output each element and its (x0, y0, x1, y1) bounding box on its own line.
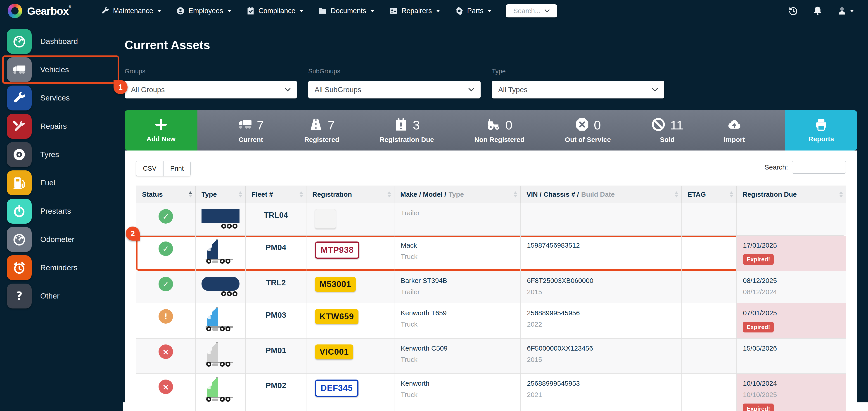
due-date: 17/01/2025 (743, 241, 777, 249)
sidebar-item-other[interactable]: ?Other (2, 282, 119, 310)
user-menu[interactable] (837, 6, 854, 16)
table-row-PM02[interactable]: ×PM02DEF345KenworthTruck2568899954595320… (136, 374, 846, 411)
stat-registration-due[interactable]: 3Registration Due (380, 117, 434, 144)
sidebar-item-fuel[interactable]: Fuel (2, 169, 119, 197)
sidebar-item-prestarts[interactable]: Prestarts (2, 197, 119, 225)
main-menu: MaintenanceEmployeesComplianceDocumentsR… (101, 6, 492, 15)
column-header-fleet[interactable]: Fleet # (246, 186, 306, 203)
add-new-button[interactable]: Add New (125, 110, 197, 150)
sidebar-item-label: Fuel (40, 178, 55, 187)
stat-value: 0 (594, 118, 601, 133)
nav-item-repairers[interactable]: Repairers (389, 6, 440, 15)
gauge-icon (7, 29, 32, 54)
sidebar-item-tyres[interactable]: Tyres (2, 140, 119, 169)
column-header-etag[interactable]: ETAG (682, 186, 737, 203)
table-row-PM04[interactable]: ✓PM04MTP938MackTruck1598745698351217/01/… (136, 235, 846, 271)
subgroups-select[interactable]: All SubGroups (308, 81, 480, 98)
stat-value: 11 (670, 118, 683, 133)
vin-cell: 6F5000000XX1234562015 (521, 339, 682, 374)
column-subtitle: Type (448, 190, 464, 198)
registration-due-cell (737, 203, 846, 235)
nav-item-maintenance[interactable]: Maintenance (101, 6, 161, 15)
column-header-type[interactable]: Type (196, 186, 246, 203)
column-title: Status (142, 190, 163, 198)
filters-row: GroupsAll GroupsSubGroupsAll SubGroupsTy… (125, 68, 857, 98)
registration-cell: MTP938 (306, 236, 395, 271)
status-ok-icon: ✓ (158, 277, 173, 291)
sidebar-item-reminders[interactable]: Reminders (2, 254, 119, 282)
assets-card: CSV Print Search: StatusTypeFleet #Regis… (125, 150, 857, 411)
status-cell: ! (136, 303, 196, 339)
status-ok-icon: ✓ (158, 209, 173, 224)
annotation-badge-2: 2 (126, 227, 140, 241)
registration-due-cell: 17/01/2025Expired! (737, 236, 846, 271)
sidebar-item-services[interactable]: Services (2, 84, 119, 112)
stat-out-of-service[interactable]: 0Out of Service (565, 117, 611, 144)
stat-registered[interactable]: 7Registered (304, 117, 339, 144)
nav-item-documents[interactable]: Documents (318, 6, 374, 15)
sort-icon (730, 192, 733, 198)
status-warn-icon: ! (158, 309, 173, 324)
expired-badge: Expired! (743, 254, 774, 265)
import-button[interactable]: Import (724, 117, 745, 144)
nav-item-employees[interactable]: Employees (176, 6, 231, 15)
registration-due-cell: 08/12/202508/12/2024 (737, 271, 846, 303)
etag-cell (682, 236, 737, 271)
truck-icon (203, 239, 239, 265)
sidebar-item-vehicles[interactable]: Vehicles1 (2, 55, 119, 84)
road-icon (309, 117, 323, 133)
vin-number: 25688999545953 (527, 380, 580, 387)
search-label: Search: (765, 164, 788, 171)
brand-logo[interactable]: Gearbox® (8, 4, 71, 18)
truck-icon (238, 117, 252, 133)
registration-cell (306, 203, 395, 235)
filter-subgroups: SubGroupsAll SubGroups (308, 68, 480, 98)
table-row-PM01[interactable]: ×PM01VIC001Kenworth C509Truck6F5000000XX… (136, 339, 846, 374)
printer-icon (814, 118, 828, 131)
sidebar-item-odometer[interactable]: Odometer (2, 225, 119, 254)
column-header-registration-due[interactable]: Registration Due (737, 186, 846, 203)
cloud-upload-icon (727, 117, 742, 133)
sidebar-item-dashboard[interactable]: Dashboard (2, 27, 119, 55)
stats-middle: 7Current7Registered3Registration Due0Non… (197, 110, 785, 150)
sidebar-item-repairs[interactable]: Repairs (2, 112, 119, 140)
chevron-down-icon (300, 10, 304, 12)
stat-current[interactable]: 7Current (238, 117, 264, 144)
column-header-make-model[interactable]: Make / Model /Type (395, 186, 521, 203)
sidebar: DashboardVehicles1ServicesRepairsTyresFu… (0, 22, 123, 411)
table-row-TRL2[interactable]: ✓TRL2M53001Barker ST394BTrailer6F8T25003… (136, 271, 846, 303)
print-button[interactable]: Print (163, 161, 191, 176)
stat-non-registered[interactable]: 0Non Registered (474, 117, 524, 144)
table-toolbar: CSV Print Search: (136, 161, 846, 176)
column-header-registration[interactable]: Registration (306, 186, 395, 203)
csv-button[interactable]: CSV (136, 161, 163, 176)
build-date: 2015 (527, 356, 542, 363)
registration-plate: M53001 (315, 277, 356, 292)
stat-label: Registration Due (380, 136, 434, 144)
trailer-icon (200, 207, 241, 230)
nav-item-compliance[interactable]: Compliance (246, 6, 304, 15)
table-row-PM03[interactable]: !PM03KTW659Kenworth T659Truck25688999545… (136, 303, 846, 339)
nav-item-parts[interactable]: Parts (455, 6, 492, 15)
column-header-status[interactable]: Status (136, 186, 196, 203)
question-icon: ? (7, 284, 32, 309)
bell-icon[interactable] (812, 6, 823, 16)
gauge-icon (7, 227, 32, 252)
build-date: 2015 (527, 288, 542, 296)
stat-sold[interactable]: 11Sold (651, 117, 683, 144)
etag-cell (682, 203, 737, 235)
make-model-cell: MackTruck (395, 236, 521, 271)
column-header-vin-chassis[interactable]: VIN / Chassis # /Build Date (521, 186, 682, 203)
global-search-select[interactable]: Search... (506, 4, 557, 18)
groups-select[interactable]: All Groups (125, 81, 297, 98)
history-icon[interactable] (788, 6, 798, 16)
slash-circle-icon (651, 117, 665, 133)
type-select[interactable]: All Types (492, 81, 664, 98)
table-row-TRL04[interactable]: ✓TRL04Trailer (136, 203, 846, 235)
search-input[interactable] (792, 161, 846, 174)
sidebar-item-label: Vehicles (40, 65, 69, 74)
asset-stats-bar: Add New 7Current7Registered3Registration… (125, 110, 857, 150)
reports-tab[interactable]: Reports (785, 110, 857, 150)
tanker-trailer-icon (200, 274, 241, 297)
tractor-icon (487, 117, 501, 133)
